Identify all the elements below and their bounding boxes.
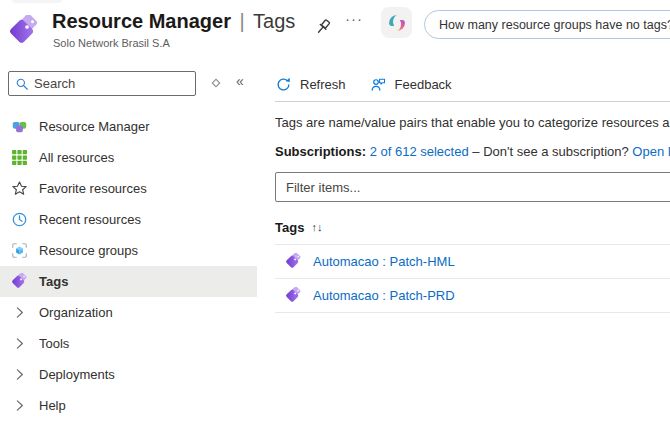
tags-table: Automacao : Patch-HML Automacao : Patch-… [275,244,670,313]
tags-table-header: Tags ↑↓ [275,218,670,236]
table-row[interactable]: Automacao : Patch-HML [275,245,670,279]
sidebar-item-tools[interactable]: Tools [0,328,257,359]
sidebar-item-resource-manager[interactable]: Resource Manager [0,111,257,142]
sidebar-item-label: Deployments [39,367,115,382]
tag-icon [285,253,302,270]
copilot-icon [387,13,407,33]
sort-arrows-icon[interactable]: ↑↓ [311,221,322,233]
chevron-right-icon [10,397,28,415]
search-icon [15,77,29,91]
page-title-separator: | [235,10,248,32]
directory-subtitle: Solo Network Brasil S.A [53,37,170,49]
sidebar-item-label: Help [39,398,66,413]
tag-link[interactable]: Automacao : Patch-PRD [313,288,455,303]
chevron-right-icon [10,366,28,384]
sidebar-item-label: All resources [39,150,114,165]
resource-group-cube-icon [10,242,28,260]
sidebar-item-organization[interactable]: Organization [0,297,257,328]
tags-column-header[interactable]: Tags [275,220,304,235]
sidebar-item-label: Tools [39,336,69,351]
tag-link[interactable]: Automacao : Patch-HML [313,254,455,269]
subscription-selection-link[interactable]: 2 of 612 selected [370,144,469,159]
feedback-button[interactable]: Feedback [370,76,452,93]
sidebar-item-label: Resource Manager [39,119,150,134]
feedback-label: Feedback [395,77,452,92]
sidebar-item-help[interactable]: Help [0,390,257,421]
chevron-right-icon [10,335,28,353]
copilot-query-input[interactable] [424,10,670,39]
resource-manager-cubes-icon [10,118,28,136]
sidebar-item-deployments[interactable]: Deployments [0,359,257,390]
refresh-button[interactable]: Refresh [275,76,346,93]
sidebar-item-label: Organization [39,305,113,320]
command-bar: Refresh Feedback [275,70,670,98]
open-directory-link[interactable]: Open Di [632,144,670,159]
refresh-label: Refresh [300,77,346,92]
sidebar-item-label: Resource groups [39,243,138,258]
collapse-sidebar-button[interactable]: « [236,73,244,89]
table-row[interactable]: Automacao : Patch-PRD [275,279,670,313]
toolbar-divider [275,101,670,102]
sidebar-item-tags[interactable]: Tags [0,266,257,297]
sidebar-item-label: Recent resources [39,212,141,227]
star-icon [10,180,28,198]
sidebar-search-box[interactable] [8,71,196,96]
sidebar-item-label: Tags [39,274,68,289]
sidebar-item-resource-groups[interactable]: Resource groups [0,235,257,266]
page-title-secondary: Tags [253,10,295,32]
more-options-button[interactable]: ··· [345,10,363,27]
subscriptions-line: Subscriptions: 2 of 612 selected – Don't… [275,144,670,159]
sidebar: « Resource Manager All resources Favorit… [0,64,257,428]
grid-icon [10,149,28,167]
feedback-icon [370,76,387,93]
pin-button[interactable] [312,16,334,38]
chevron-right-icon [10,304,28,322]
filter-items-input[interactable] [275,172,670,202]
main-content: Refresh Feedback Tags are name/value pai… [257,64,670,428]
sidebar-nav: Resource Manager All resources Favorite … [0,111,257,421]
page-header: Resource Manager | Tags Solo Network Bra… [0,0,670,64]
clock-icon [10,211,28,229]
subscriptions-hint: – Don't see a subscription? [472,144,628,159]
sidebar-item-label: Favorite resources [39,181,147,196]
page-title-primary: Resource Manager [52,10,231,32]
sidebar-item-favorite-resources[interactable]: Favorite resources [0,173,257,204]
sidebar-search-input[interactable] [34,76,174,91]
sidebar-item-recent-resources[interactable]: Recent resources [0,204,257,235]
sidebar-item-all-resources[interactable]: All resources [0,142,257,173]
tag-icon [10,273,28,291]
resource-manager-tags-screen: Resource Manager | Tags Solo Network Bra… [0,0,670,428]
page-title: Resource Manager | Tags [52,10,295,33]
subscriptions-label: Subscriptions: [275,144,366,159]
copilot-button[interactable] [381,7,412,38]
tags-description: Tags are name/value pairs that enable yo… [275,115,670,130]
diamond-icon[interactable] [209,76,223,90]
tags-logo-icon [8,15,40,47]
refresh-icon [275,76,292,93]
tag-icon [285,287,302,304]
pin-icon [312,16,334,38]
